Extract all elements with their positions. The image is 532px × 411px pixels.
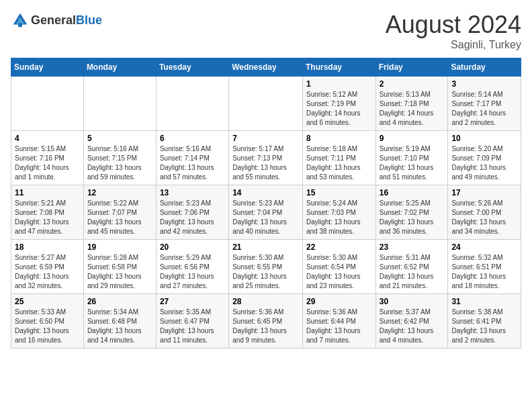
weekday-header-sunday: Sunday xyxy=(11,58,84,77)
day-info: Sunrise: 5:18 AM Sunset: 7:11 PM Dayligh… xyxy=(306,144,372,182)
day-cell: 14Sunrise: 5:23 AM Sunset: 7:04 PM Dayli… xyxy=(229,185,303,240)
day-cell: 2Sunrise: 5:13 AM Sunset: 7:18 PM Daylig… xyxy=(375,77,448,131)
day-number: 28 xyxy=(232,297,299,306)
day-number: 5 xyxy=(87,134,152,143)
day-cell xyxy=(83,77,156,131)
day-cell: 31Sunrise: 5:38 AM Sunset: 6:41 PM Dayli… xyxy=(448,294,521,349)
day-info: Sunrise: 5:12 AM Sunset: 7:19 PM Dayligh… xyxy=(306,90,372,128)
day-cell: 9Sunrise: 5:19 AM Sunset: 7:10 PM Daylig… xyxy=(375,131,448,185)
day-cell: 4Sunrise: 5:15 AM Sunset: 7:16 PM Daylig… xyxy=(11,131,84,185)
day-cell: 6Sunrise: 5:16 AM Sunset: 7:14 PM Daylig… xyxy=(156,131,228,185)
day-info: Sunrise: 5:36 AM Sunset: 6:45 PM Dayligh… xyxy=(232,308,299,345)
day-number: 14 xyxy=(232,188,299,197)
logo-icon xyxy=(11,11,30,30)
weekday-header-saturday: Saturday xyxy=(448,58,521,77)
day-number: 19 xyxy=(87,242,152,252)
day-info: Sunrise: 5:26 AM Sunset: 7:00 PM Dayligh… xyxy=(451,199,517,236)
week-row-2: 4Sunrise: 5:15 AM Sunset: 7:16 PM Daylig… xyxy=(11,131,521,185)
day-number: 31 xyxy=(451,297,517,306)
calendar-table: SundayMondayTuesdayWednesdayThursdayFrid… xyxy=(11,58,521,349)
weekday-header-thursday: Thursday xyxy=(302,58,375,77)
weekday-header-monday: Monday xyxy=(83,58,156,77)
day-number: 8 xyxy=(306,134,372,143)
day-info: Sunrise: 5:35 AM Sunset: 6:47 PM Dayligh… xyxy=(160,308,225,345)
day-number: 13 xyxy=(160,188,225,197)
week-row-4: 18Sunrise: 5:27 AM Sunset: 6:59 PM Dayli… xyxy=(11,240,521,294)
day-cell: 18Sunrise: 5:27 AM Sunset: 6:59 PM Dayli… xyxy=(11,240,84,294)
day-number: 30 xyxy=(380,297,445,306)
day-number: 9 xyxy=(380,134,445,143)
day-cell: 25Sunrise: 5:33 AM Sunset: 6:50 PM Dayli… xyxy=(11,294,84,349)
day-number: 6 xyxy=(160,134,225,143)
day-info: Sunrise: 5:37 AM Sunset: 6:42 PM Dayligh… xyxy=(380,308,445,345)
day-info: Sunrise: 5:24 AM Sunset: 7:03 PM Dayligh… xyxy=(306,199,372,236)
day-cell: 27Sunrise: 5:35 AM Sunset: 6:47 PM Dayli… xyxy=(156,294,228,349)
weekday-header-tuesday: Tuesday xyxy=(156,58,228,77)
day-cell: 12Sunrise: 5:22 AM Sunset: 7:07 PM Dayli… xyxy=(83,185,156,240)
day-cell: 20Sunrise: 5:29 AM Sunset: 6:56 PM Dayli… xyxy=(156,240,228,294)
day-info: Sunrise: 5:31 AM Sunset: 6:52 PM Dayligh… xyxy=(380,253,445,291)
day-cell: 26Sunrise: 5:34 AM Sunset: 6:48 PM Dayli… xyxy=(83,294,156,349)
day-info: Sunrise: 5:30 AM Sunset: 6:54 PM Dayligh… xyxy=(306,253,372,291)
day-cell: 3Sunrise: 5:14 AM Sunset: 7:17 PM Daylig… xyxy=(448,77,521,131)
title-block: August 2024 Saginli, Turkey xyxy=(386,11,521,51)
day-number: 15 xyxy=(306,188,372,197)
day-info: Sunrise: 5:34 AM Sunset: 6:48 PM Dayligh… xyxy=(87,308,152,345)
day-cell: 21Sunrise: 5:30 AM Sunset: 6:55 PM Dayli… xyxy=(229,240,303,294)
day-cell: 13Sunrise: 5:23 AM Sunset: 7:06 PM Dayli… xyxy=(156,185,228,240)
week-row-3: 11Sunrise: 5:21 AM Sunset: 7:08 PM Dayli… xyxy=(11,185,521,240)
day-info: Sunrise: 5:36 AM Sunset: 6:44 PM Dayligh… xyxy=(306,308,372,345)
day-cell: 10Sunrise: 5:20 AM Sunset: 7:09 PM Dayli… xyxy=(448,131,521,185)
day-cell: 17Sunrise: 5:26 AM Sunset: 7:00 PM Dayli… xyxy=(448,185,521,240)
day-info: Sunrise: 5:23 AM Sunset: 7:06 PM Dayligh… xyxy=(160,199,225,236)
day-cell: 5Sunrise: 5:16 AM Sunset: 7:15 PM Daylig… xyxy=(83,131,156,185)
day-info: Sunrise: 5:14 AM Sunset: 7:17 PM Dayligh… xyxy=(451,90,517,128)
day-info: Sunrise: 5:33 AM Sunset: 6:50 PM Dayligh… xyxy=(15,308,80,345)
day-number: 22 xyxy=(306,242,372,252)
day-cell: 1Sunrise: 5:12 AM Sunset: 7:19 PM Daylig… xyxy=(302,77,375,131)
day-cell: 8Sunrise: 5:18 AM Sunset: 7:11 PM Daylig… xyxy=(302,131,375,185)
day-cell xyxy=(156,77,228,131)
month-year-title: August 2024 xyxy=(386,11,521,39)
day-cell: 7Sunrise: 5:17 AM Sunset: 7:13 PM Daylig… xyxy=(229,131,303,185)
day-number: 27 xyxy=(160,297,225,306)
day-info: Sunrise: 5:29 AM Sunset: 6:56 PM Dayligh… xyxy=(160,253,225,291)
logo-text-general: General xyxy=(31,13,76,27)
day-cell: 19Sunrise: 5:28 AM Sunset: 6:58 PM Dayli… xyxy=(83,240,156,294)
day-info: Sunrise: 5:20 AM Sunset: 7:09 PM Dayligh… xyxy=(451,144,517,182)
day-number: 4 xyxy=(15,134,80,143)
day-info: Sunrise: 5:38 AM Sunset: 6:41 PM Dayligh… xyxy=(451,308,517,345)
day-info: Sunrise: 5:13 AM Sunset: 7:18 PM Dayligh… xyxy=(380,90,445,128)
day-cell: 28Sunrise: 5:36 AM Sunset: 6:45 PM Dayli… xyxy=(229,294,303,349)
day-cell xyxy=(229,77,303,131)
day-cell: 23Sunrise: 5:31 AM Sunset: 6:52 PM Dayli… xyxy=(375,240,448,294)
day-number: 7 xyxy=(232,134,299,143)
day-info: Sunrise: 5:21 AM Sunset: 7:08 PM Dayligh… xyxy=(15,199,80,236)
day-info: Sunrise: 5:23 AM Sunset: 7:04 PM Dayligh… xyxy=(232,199,299,236)
day-info: Sunrise: 5:25 AM Sunset: 7:02 PM Dayligh… xyxy=(380,199,445,236)
day-cell: 24Sunrise: 5:32 AM Sunset: 6:51 PM Dayli… xyxy=(448,240,521,294)
day-info: Sunrise: 5:32 AM Sunset: 6:51 PM Dayligh… xyxy=(451,253,517,291)
day-cell: 11Sunrise: 5:21 AM Sunset: 7:08 PM Dayli… xyxy=(11,185,84,240)
day-number: 17 xyxy=(451,188,517,197)
day-number: 21 xyxy=(232,242,299,252)
day-number: 25 xyxy=(15,297,80,306)
day-number: 20 xyxy=(160,242,225,252)
logo: GeneralBlue xyxy=(11,11,102,30)
day-number: 12 xyxy=(87,188,152,197)
day-number: 18 xyxy=(15,242,80,252)
day-info: Sunrise: 5:15 AM Sunset: 7:16 PM Dayligh… xyxy=(15,144,80,182)
week-row-1: 1Sunrise: 5:12 AM Sunset: 7:19 PM Daylig… xyxy=(11,77,521,131)
svg-rect-2 xyxy=(18,24,22,28)
day-cell: 22Sunrise: 5:30 AM Sunset: 6:54 PM Dayli… xyxy=(302,240,375,294)
weekday-header-friday: Friday xyxy=(375,58,448,77)
page-header: GeneralBlue August 2024 Saginli, Turkey xyxy=(11,11,521,51)
weekday-header-wednesday: Wednesday xyxy=(229,58,303,77)
day-cell xyxy=(11,77,84,131)
day-number: 1 xyxy=(306,79,372,89)
logo-text-blue: Blue xyxy=(76,13,102,27)
day-number: 29 xyxy=(306,297,372,306)
location-subtitle: Saginli, Turkey xyxy=(386,39,521,51)
day-info: Sunrise: 5:17 AM Sunset: 7:13 PM Dayligh… xyxy=(232,144,299,182)
day-number: 16 xyxy=(380,188,445,197)
